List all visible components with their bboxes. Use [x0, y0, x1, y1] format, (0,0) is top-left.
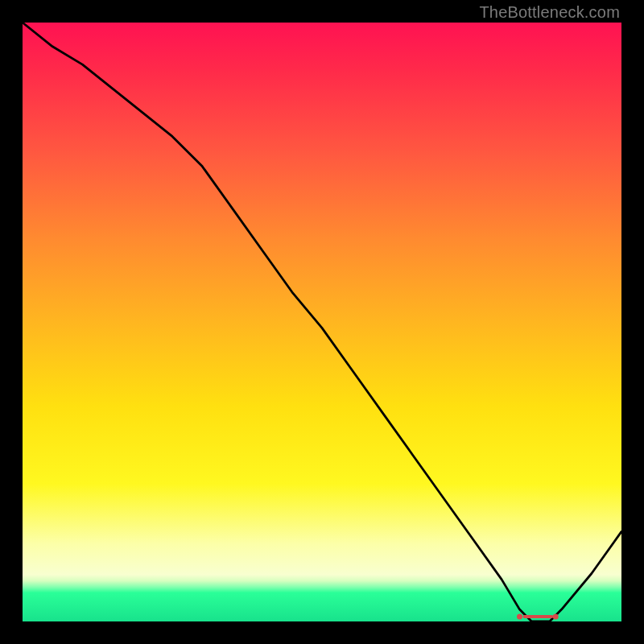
- bottleneck-curve: [23, 23, 621, 621]
- curve-layer: [23, 23, 621, 621]
- chart-frame: TheBottleneck.com: [0, 0, 644, 644]
- plot-area: [23, 23, 621, 621]
- optimum-marker-dot: [553, 614, 559, 620]
- optimum-marker-dot: [517, 614, 522, 620]
- attribution-text: TheBottleneck.com: [479, 3, 620, 22]
